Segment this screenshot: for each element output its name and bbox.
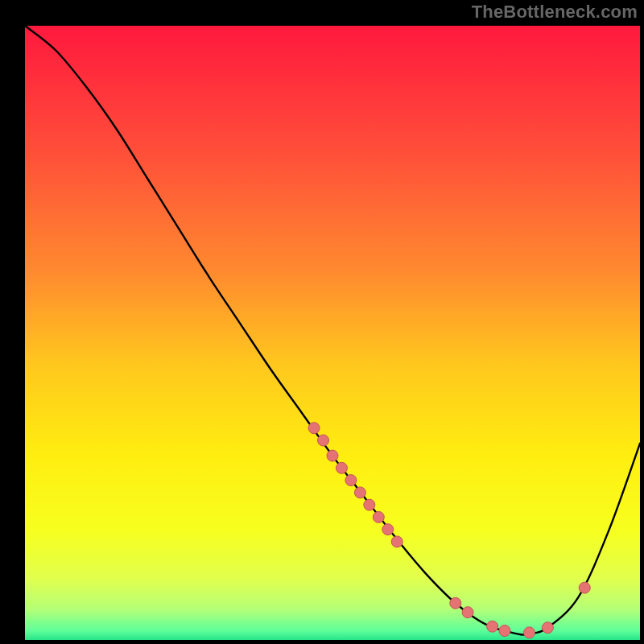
data-point [336,462,347,473]
data-point [327,450,338,461]
data-point [391,536,402,547]
data-point [308,423,320,434]
data-point [487,621,498,632]
data-point [450,597,461,609]
data-point [373,511,384,522]
data-point [499,625,510,637]
data-point [318,435,329,446]
attribution-text: TheBottleneck.com [472,2,638,23]
data-point [354,487,365,498]
data-point [542,622,553,634]
data-point [523,627,535,638]
bottleneck-curve-chart [0,0,644,644]
data-point [579,582,590,593]
plot-background [25,26,640,640]
data-point [462,607,473,618]
data-point [345,475,357,486]
chart-container: TheBottleneck.com [0,0,644,644]
data-point [364,499,375,510]
data-point [382,524,394,535]
